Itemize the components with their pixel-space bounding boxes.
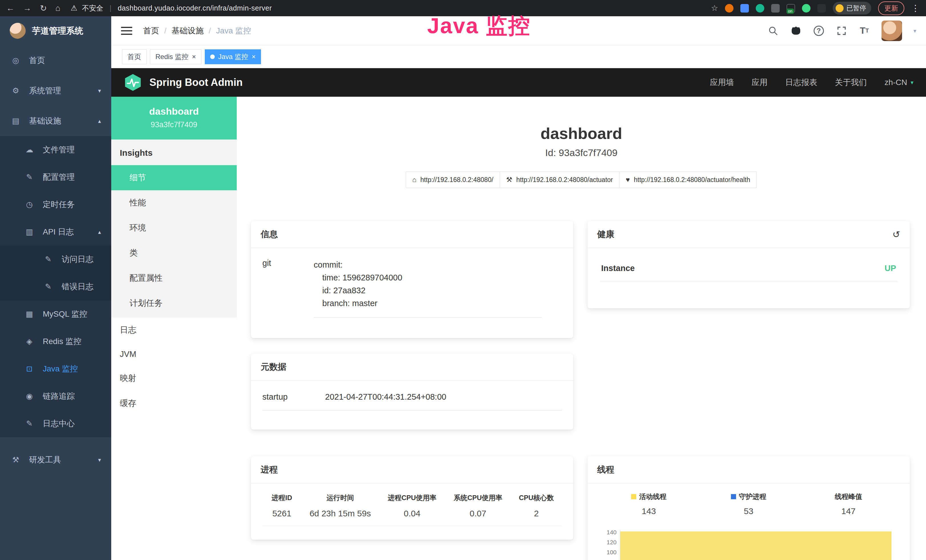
warning-icon: ⚠ — [71, 4, 77, 12]
legend-item-live: 活动线程 — [599, 492, 699, 501]
card-title: 元数据 — [261, 361, 286, 373]
legend-value: 143 — [599, 506, 699, 516]
sidebar-item-cron-jobs[interactable]: ◷ 定时任务 — [0, 191, 111, 218]
user-avatar[interactable] — [882, 21, 902, 41]
sba-brand[interactable]: Spring Boot Admin — [124, 73, 243, 92]
column-header: CPU核心数 — [511, 493, 562, 502]
browser-update-button[interactable]: 更新 — [878, 2, 904, 15]
sidebar-item-redis-monitor[interactable]: ◈ Redis 监控 — [0, 328, 111, 355]
sidebar-item-dev-tools[interactable]: ⚒ 研发工具 ▾ — [0, 445, 111, 475]
home-icon: ⌂ — [412, 176, 417, 184]
health-card-body: Instance UP — [587, 248, 910, 281]
paused-badge[interactable]: 已暂停 — [833, 2, 871, 15]
instance-actuator-link[interactable]: ⚒ http://192.168.0.2:48080/actuator — [500, 171, 619, 188]
sba-nav-journal[interactable]: 日志报表 — [785, 77, 817, 88]
extension-icon-6[interactable] — [802, 4, 811, 12]
extension-icon-3[interactable] — [756, 4, 764, 12]
fullscreen-icon[interactable] — [836, 25, 847, 36]
y-tick: 140 — [599, 530, 617, 540]
card-title: 信息 — [261, 229, 278, 240]
reload-icon[interactable]: ↻ — [40, 3, 47, 13]
sba-nav-about[interactable]: 关于我们 — [835, 77, 867, 88]
extension-icon-7[interactable] — [817, 4, 826, 12]
browser-menu-icon[interactable]: ⋮ — [911, 3, 920, 13]
sidebar-item-system[interactable]: ⚙ 系统管理 ▾ — [0, 76, 111, 106]
threads-card: 线程 活动线程 守护进程 — [587, 456, 910, 560]
search-icon[interactable] — [767, 25, 779, 36]
chevron-down-icon[interactable]: ▾ — [914, 27, 916, 34]
sba-item-scheduled-tasks[interactable]: 计划任务 — [111, 291, 237, 316]
forward-icon[interactable]: → — [23, 3, 31, 13]
sidebar-item-label: Redis 监控 — [43, 336, 81, 347]
legend-item-daemon: 守护进程 — [699, 492, 799, 501]
back-icon[interactable]: ← — [6, 3, 15, 13]
extension-icon-1[interactable] — [725, 4, 734, 12]
tab-java-monitor[interactable]: Java 监控 × — [205, 49, 261, 64]
sba-item-details[interactable]: 细节 — [111, 165, 237, 190]
sba-nav-applications[interactable]: 应用 — [752, 77, 768, 88]
sba-item-metrics[interactable]: 性能 — [111, 190, 237, 215]
sba-item-environment[interactable]: 环境 — [111, 215, 237, 241]
edit-icon: ✎ — [43, 255, 54, 264]
sba-instance-header[interactable]: dashboard 93a3fc7f7409 — [111, 97, 237, 139]
sba-nav-wall[interactable]: 应用墙 — [710, 77, 734, 88]
breadcrumb-infra[interactable]: 基础设施 — [172, 26, 204, 36]
instance-subtitle: Id: 93a3fc7f7409 — [237, 147, 926, 158]
bookmark-star-icon[interactable]: ☆ — [711, 3, 718, 13]
github-icon[interactable] — [790, 25, 802, 36]
sba-item-beans[interactable]: 类 — [111, 241, 237, 266]
info-card-header: 信息 — [251, 221, 573, 248]
breadcrumb-current: Java 监控 — [216, 26, 251, 36]
sidebar-item-access-logs[interactable]: ✎ 访问日志 — [0, 246, 111, 273]
sba-item-jvm[interactable]: JVM — [111, 343, 237, 366]
sidebar-item-api-logs[interactable]: ▥ API 日志 ▴ — [0, 218, 111, 246]
sidebar-item-mysql-monitor[interactable]: ▦ MySQL 监控 — [0, 300, 111, 328]
header-actions: ? TT ▾ — [767, 21, 916, 41]
hamburger-icon[interactable] — [121, 26, 132, 35]
breadcrumb-home[interactable]: 首页 — [143, 26, 159, 36]
sidebar-item-log-center[interactable]: ✎ 日志中心 — [0, 410, 111, 437]
sba-item-loggers[interactable]: 日志 — [111, 318, 237, 343]
instance-health-link[interactable]: ♥ http://192.168.0.2:48080/actuator/heal… — [619, 171, 757, 188]
info-line: branch: master — [314, 297, 542, 310]
y-tick: 100 — [599, 550, 617, 560]
extension-on-badge: on — [787, 9, 794, 14]
sidebar-item-home[interactable]: ◎ 首页 — [0, 45, 111, 76]
url-text[interactable]: dashboard.yudao.iocoder.cn/infra/admin-s… — [118, 4, 272, 12]
help-icon[interactable]: ? — [813, 25, 825, 36]
close-icon[interactable]: × — [251, 53, 256, 60]
sidebar-item-java-monitor[interactable]: ⊡ Java 监控 — [0, 355, 111, 383]
home-icon[interactable]: ⌂ — [55, 3, 61, 13]
app-logo[interactable]: 芋道管理系统 — [0, 16, 111, 45]
sba-locale-select[interactable]: zh-CN ▾ — [885, 78, 914, 87]
sidebar-item-tracing[interactable]: ◉ 链路追踪 — [0, 383, 111, 410]
sba-item-mappings[interactable]: 映射 — [111, 366, 237, 391]
extension-icon-4[interactable] — [771, 4, 780, 12]
annotation-text: Java 监控 — [427, 11, 531, 41]
screen: ← → ↻ ⌂ ⚠ 不安全 | dashboard.yudao.iocoder.… — [0, 0, 926, 560]
font-size-icon[interactable]: TT — [859, 25, 870, 36]
address-bar[interactable]: ⚠ 不安全 | dashboard.yudao.iocoder.cn/infra… — [71, 3, 272, 13]
sidebar-item-file-mgmt[interactable]: ☁ 文件管理 — [0, 136, 111, 163]
instance-links: ⌂ http://192.168.0.2:48080/ ⚒ http://192… — [237, 171, 926, 188]
tab-redis-monitor[interactable]: Redis 监控 × — [150, 49, 201, 64]
sba-item-caches[interactable]: 缓存 — [111, 391, 237, 416]
edit-icon: ✎ — [24, 173, 35, 182]
threads-legend: 活动线程 守护进程 线程峰值 — [599, 492, 898, 501]
close-icon[interactable]: × — [192, 53, 196, 60]
security-label[interactable]: 不安全 — [82, 3, 103, 13]
history-icon[interactable]: ↺ — [892, 229, 900, 240]
extension-icon-5[interactable]: on — [787, 4, 795, 12]
sidebar-item-config-mgmt[interactable]: ✎ 配置管理 — [0, 163, 111, 191]
threads-legend-values: 143 53 147 — [599, 501, 898, 516]
sidebar-item-infra[interactable]: ▤ 基础设施 ▴ — [0, 106, 111, 136]
extension-icon-2[interactable] — [740, 4, 749, 12]
sba-item-config-props[interactable]: 配置属性 — [111, 266, 237, 291]
instance-root-link[interactable]: ⌂ http://192.168.0.2:48080/ — [406, 171, 500, 188]
health-row[interactable]: Instance UP — [600, 260, 897, 281]
sidebar-item-error-logs[interactable]: ✎ 错误日志 — [0, 273, 111, 300]
big-t-glyph: T — [860, 26, 865, 36]
link-label: http://192.168.0.2:48080/actuator/health — [634, 176, 750, 184]
sba-instance-id: 93a3fc7f7409 — [114, 120, 234, 129]
tab-home[interactable]: 首页 — [122, 49, 147, 64]
